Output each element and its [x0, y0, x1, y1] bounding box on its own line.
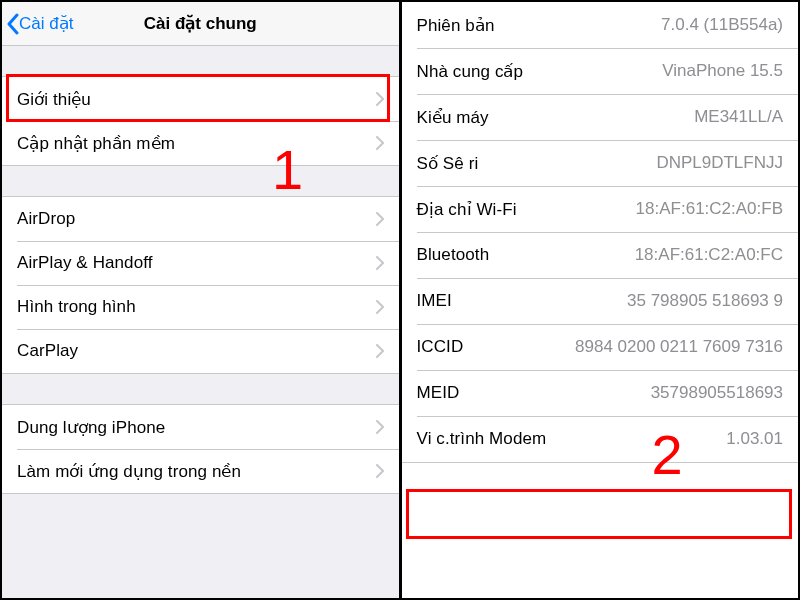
about-details-pane: Phiên bản 7.0.4 (11B554a) Nhà cung cấp V…	[402, 2, 799, 598]
row-label: Hình trong hình	[17, 297, 136, 317]
row-value: 1.03.01	[726, 429, 783, 449]
row-picture-in-picture[interactable]: Hình trong hình	[2, 285, 399, 329]
settings-group-storage: Dung lượng iPhone Làm mới ứng dụng trong…	[2, 404, 399, 494]
row-airdrop[interactable]: AirDrop	[2, 197, 399, 241]
row-carplay[interactable]: CarPlay	[2, 329, 399, 373]
back-label: Cài đặt	[19, 13, 73, 34]
row-iccid[interactable]: ICCID 8984 0200 0211 7609 7316	[402, 324, 799, 370]
row-about[interactable]: Giới thiệu	[2, 77, 399, 121]
back-button[interactable]: Cài đặt	[2, 13, 73, 35]
row-label: AirPlay & Handoff	[17, 253, 153, 273]
chevron-right-icon	[376, 300, 384, 314]
chevron-right-icon	[376, 212, 384, 226]
row-model[interactable]: Kiểu máy ME341LL/A	[402, 94, 799, 140]
chevron-right-icon	[376, 344, 384, 358]
nav-bar: Cài đặt Cài đặt chung	[2, 2, 399, 46]
row-label: Số Sê ri	[417, 153, 479, 174]
row-software-update[interactable]: Cập nhật phần mềm	[2, 121, 399, 165]
row-label: Giới thiệu	[17, 89, 91, 110]
chevron-right-icon	[376, 420, 384, 434]
row-iphone-storage[interactable]: Dung lượng iPhone	[2, 405, 399, 449]
row-background-refresh[interactable]: Làm mới ứng dụng trong nền	[2, 449, 399, 493]
row-label: Địa chỉ Wi-Fi	[417, 199, 517, 220]
row-label: IMEI	[417, 291, 452, 311]
row-label: Nhà cung cấp	[417, 61, 524, 82]
row-label: Cập nhật phần mềm	[17, 133, 175, 154]
general-settings-pane: Cài đặt Cài đặt chung Giới thiệu Cập nhậ…	[2, 2, 402, 598]
row-label: Phiên bản	[417, 15, 495, 36]
settings-group-airplay: AirDrop AirPlay & Handoff Hình trong hìn…	[2, 196, 399, 374]
chevron-right-icon	[376, 464, 384, 478]
row-value: 8984 0200 0211 7609 7316	[575, 337, 783, 357]
row-label: AirDrop	[17, 209, 75, 229]
row-label: Dung lượng iPhone	[17, 417, 165, 438]
chevron-right-icon	[376, 92, 384, 106]
row-value: VinaPhone 15.5	[662, 61, 783, 81]
settings-group-about: Giới thiệu Cập nhật phần mềm	[2, 76, 399, 166]
row-imei[interactable]: IMEI 35 798905 518693 9	[402, 278, 799, 324]
row-value: 18:AF:61:C2:A0:FB	[636, 199, 783, 219]
row-label: ICCID	[417, 337, 464, 357]
row-label: MEID	[417, 383, 460, 403]
chevron-right-icon	[376, 256, 384, 270]
row-value: ME341LL/A	[694, 107, 783, 127]
row-value: DNPL9DTLFNJJ	[656, 153, 783, 173]
row-airplay-handoff[interactable]: AirPlay & Handoff	[2, 241, 399, 285]
chevron-left-icon	[6, 13, 19, 35]
row-value: 18:AF:61:C2:A0:FC	[635, 245, 783, 265]
row-label: Làm mới ứng dụng trong nền	[17, 461, 241, 482]
annotation-highlight-2	[406, 489, 792, 539]
row-carrier[interactable]: Nhà cung cấp VinaPhone 15.5	[402, 48, 799, 94]
row-serial[interactable]: Số Sê ri DNPL9DTLFNJJ	[402, 140, 799, 186]
about-list: Phiên bản 7.0.4 (11B554a) Nhà cung cấp V…	[402, 2, 799, 463]
chevron-right-icon	[376, 136, 384, 150]
row-label: Vi c.trình Modem	[417, 429, 547, 449]
row-value: 7.0.4 (11B554a)	[661, 15, 783, 35]
row-version[interactable]: Phiên bản 7.0.4 (11B554a)	[402, 2, 799, 48]
row-label: CarPlay	[17, 341, 78, 361]
row-meid[interactable]: MEID 35798905518693	[402, 370, 799, 416]
row-label: Bluetooth	[417, 245, 490, 265]
row-modem-firmware[interactable]: Vi c.trình Modem 1.03.01	[402, 416, 799, 462]
row-bluetooth[interactable]: Bluetooth 18:AF:61:C2:A0:FC	[402, 232, 799, 278]
row-value: 35 798905 518693 9	[627, 291, 783, 311]
row-wifi-address[interactable]: Địa chỉ Wi-Fi 18:AF:61:C2:A0:FB	[402, 186, 799, 232]
row-label: Kiểu máy	[417, 107, 489, 128]
row-value: 35798905518693	[651, 383, 783, 403]
